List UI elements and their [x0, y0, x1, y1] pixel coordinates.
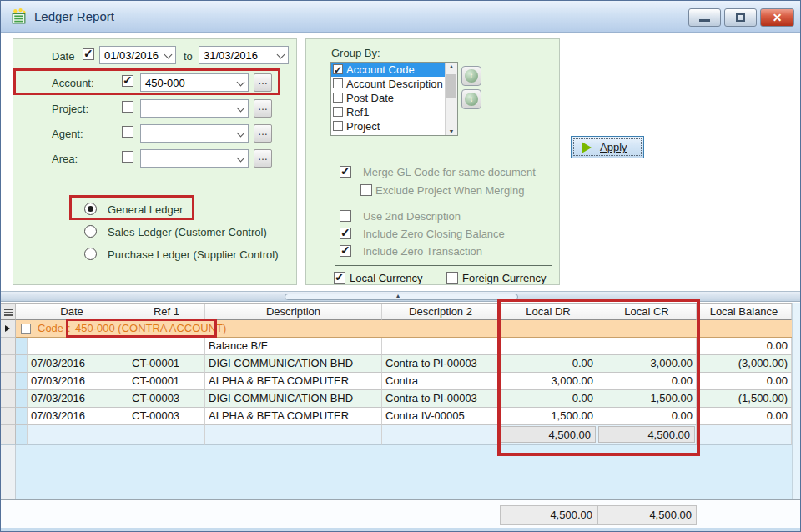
- cell-description: DIGI COMMUNICATION BHD: [205, 355, 382, 373]
- grid-empty-area: [1, 445, 800, 499]
- collapse-group-icon[interactable]: [21, 324, 31, 334]
- general-ledger-radio[interactable]: [84, 203, 97, 215]
- scroll-up-icon[interactable]: ▲: [446, 63, 457, 69]
- move-up-button[interactable]: ↑: [461, 66, 481, 86]
- area-combo[interactable]: [140, 149, 249, 168]
- groupby-item-label: Account Description: [346, 78, 443, 90]
- group-by-listbox[interactable]: Account Code Account Description Post Da…: [330, 62, 458, 136]
- row-gutter: [1, 338, 16, 355]
- groupby-item-label: Ref1: [346, 106, 369, 118]
- groupby-checkbox[interactable]: [333, 121, 343, 131]
- account-browse-button[interactable]: …: [254, 73, 272, 92]
- date-from-combo[interactable]: 01/03/2016: [99, 46, 176, 64]
- groupby-item-account-code[interactable]: Account Code: [331, 63, 457, 77]
- date-label: Date: [52, 50, 74, 63]
- groupby-checkbox[interactable]: [333, 107, 343, 117]
- purchase-ledger-label: Purchase Ledger (Supplier Control): [108, 248, 279, 261]
- column-header-local-balance[interactable]: Local Balance: [697, 304, 792, 320]
- cell-description2: Contra to PI-00003: [382, 355, 500, 373]
- table-row[interactable]: Balance B/F 0.00: [1, 338, 800, 355]
- agent-combo[interactable]: [140, 124, 249, 143]
- group-indent: [16, 373, 28, 390]
- column-header-local-dr[interactable]: Local DR: [500, 304, 597, 320]
- group-subtotal-row: 4,500.00 4,500.00: [1, 425, 800, 445]
- column-header-description[interactable]: Description: [205, 304, 382, 320]
- area-checkbox[interactable]: [122, 151, 134, 163]
- cell-local-cr: [597, 338, 697, 355]
- apply-button[interactable]: Apply: [571, 136, 644, 158]
- column-chooser-button[interactable]: [1, 304, 16, 320]
- close-icon: ✕: [773, 11, 783, 24]
- sales-ledger-radio[interactable]: [84, 225, 97, 238]
- area-browse-button[interactable]: …: [254, 149, 272, 168]
- groupby-checkbox[interactable]: [333, 78, 343, 88]
- project-checkbox[interactable]: [122, 101, 134, 113]
- sales-ledger-label: Sales Ledger (Customer Control): [108, 226, 267, 238]
- local-currency-checkbox[interactable]: [334, 272, 345, 284]
- move-down-button[interactable]: ↓: [461, 89, 481, 109]
- group-colon: :: [68, 320, 71, 337]
- group-indent: [16, 408, 28, 425]
- groupby-checkbox[interactable]: [333, 93, 343, 103]
- project-browse-button[interactable]: …: [254, 99, 272, 118]
- cell-description: ALPHA & BETA COMPUTER: [205, 373, 382, 390]
- groupby-item-ref1[interactable]: Ref1: [331, 105, 457, 119]
- minimize-icon: [699, 19, 710, 22]
- agent-browse-button[interactable]: …: [254, 124, 272, 143]
- minimize-button[interactable]: [688, 8, 721, 27]
- chevron-down-icon: [164, 52, 172, 59]
- table-row[interactable]: 07/03/2016 CT-00003 ALPHA & BETA COMPUTE…: [1, 408, 800, 425]
- splitter-handle[interactable]: [285, 294, 518, 300]
- exclude-project-checkbox[interactable]: [360, 184, 372, 196]
- maximize-button[interactable]: [724, 8, 757, 27]
- cell-date: 07/03/2016: [28, 373, 128, 390]
- use-2nd-description-checkbox[interactable]: [340, 210, 351, 222]
- cell-local-dr: 0.00: [500, 390, 597, 408]
- foreign-currency-checkbox[interactable]: [446, 272, 458, 284]
- table-row[interactable]: 07/03/2016 CT-00001 DIGI COMMUNICATION B…: [1, 355, 800, 373]
- area-label: Area:: [52, 153, 78, 165]
- horizontal-splitter[interactable]: ▴: [1, 291, 800, 302]
- cell-description: ALPHA & BETA COMPUTER: [205, 408, 382, 425]
- group-indent: [16, 355, 28, 373]
- table-row[interactable]: 07/03/2016 CT-00001 ALPHA & BETA COMPUTE…: [1, 373, 800, 390]
- scroll-down-icon[interactable]: ▼: [446, 128, 457, 134]
- column-header-ref1[interactable]: Ref 1: [128, 304, 205, 320]
- chevron-down-icon: [277, 52, 285, 59]
- agent-checkbox[interactable]: [122, 126, 134, 138]
- group-row[interactable]: Code : 450-000 (CONTRA ACCOUNT): [1, 320, 800, 338]
- grand-total-dr: 4,500.00: [500, 505, 597, 525]
- include-zero-closing-checkbox[interactable]: [340, 228, 351, 239]
- arrow-up-icon: ↑: [465, 69, 478, 83]
- vertical-scrollbar[interactable]: [792, 303, 800, 499]
- table-row[interactable]: 07/03/2016 CT-00003 DIGI COMMUNICATION B…: [1, 390, 800, 408]
- close-button[interactable]: ✕: [760, 8, 794, 27]
- column-header-local-cr[interactable]: Local CR: [597, 304, 697, 320]
- date-checkbox[interactable]: [83, 48, 94, 60]
- group-row-content[interactable]: Code : 450-000 (CONTRA ACCOUNT): [16, 320, 792, 338]
- account-label: Account:: [52, 77, 94, 89]
- groupby-item-project[interactable]: Project: [331, 119, 457, 133]
- merge-gl-checkbox[interactable]: [340, 166, 351, 178]
- page-title: Ledger Report: [34, 9, 114, 23]
- column-header-description2[interactable]: Description 2: [382, 304, 500, 320]
- groupby-item-post-date[interactable]: Post Date: [331, 91, 457, 105]
- grand-total-cr: 4,500.00: [597, 505, 697, 525]
- groupby-checkbox[interactable]: [333, 64, 343, 74]
- groupby-item-account-description[interactable]: Account Description: [331, 77, 457, 91]
- filter-panel: Date 01/03/2016 to 31/03/2016 Account: 4…: [13, 38, 297, 285]
- subtotal-spacer: [697, 425, 792, 445]
- include-zero-transaction-checkbox[interactable]: [340, 245, 351, 257]
- row-indicator-icon: [5, 325, 10, 332]
- row-gutter: [1, 408, 16, 425]
- account-combo[interactable]: 450-000: [140, 73, 249, 92]
- purchase-ledger-radio[interactable]: [84, 248, 97, 260]
- column-header-date[interactable]: Date: [16, 304, 128, 320]
- scrollbar-thumb[interactable]: [446, 74, 456, 98]
- listbox-scrollbar[interactable]: ▲ ▼: [445, 63, 457, 135]
- project-combo[interactable]: [140, 99, 249, 118]
- date-to-combo[interactable]: 31/03/2016: [199, 46, 289, 64]
- grid-header-row: Date Ref 1 Description Description 2 Loc…: [1, 303, 800, 320]
- account-checkbox[interactable]: [122, 75, 134, 87]
- group-indent: [16, 338, 28, 355]
